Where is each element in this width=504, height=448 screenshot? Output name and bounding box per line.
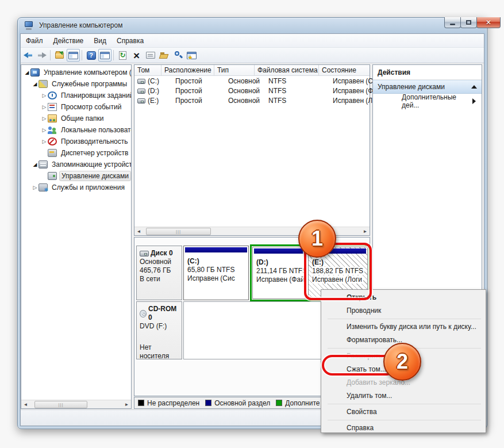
menu-separator — [328, 319, 481, 319]
volume-fs: NTFS — [266, 77, 330, 85]
refresh-button[interactable]: ↻ — [116, 49, 129, 62]
tree-item-services[interactable]: ▷ Службы и приложения — [22, 182, 131, 193]
column-header-type[interactable]: Тип — [214, 65, 255, 75]
tree-item-label: Планировщик заданий — [59, 91, 131, 100]
column-header-volume[interactable]: Том — [134, 65, 161, 75]
partition-c[interactable]: (C:) 65,80 ГБ NTFS Исправен (Сис — [183, 246, 249, 300]
legend-label: Дополните — [285, 399, 320, 407]
tree-item-local-users[interactable]: ▷ Локальные пользовате — [22, 124, 131, 136]
volume-row-c[interactable]: (C:) Простой Основной NTFS Исправен (Сис — [134, 76, 370, 86]
expander-closed-icon[interactable]: ▷ — [41, 104, 48, 110]
disk0-size: 465,76 ГБ — [140, 266, 179, 275]
console-tree: ◢ Управление компьютером (л ◢ Служебные … — [21, 65, 131, 193]
actions-group-disk-management[interactable]: Управление дисками — [373, 80, 482, 94]
menu-help[interactable]: Справка — [111, 35, 149, 47]
callout-step-1: 1 — [298, 220, 336, 258]
console-tree-icon — [68, 52, 78, 59]
actions-more-actions[interactable]: Дополнительные дей... — [373, 94, 482, 109]
event-log-icon — [48, 103, 57, 111]
tree-item-task-scheduler[interactable]: ▷ Планировщик заданий — [22, 90, 131, 101]
disk0-label-box[interactable]: Диск 0 Основной 465,76 ГБ В сети — [136, 246, 182, 300]
close-button[interactable]: ✕ — [476, 17, 501, 28]
menu-item-change-drive-letter[interactable]: Изменить букву диска или путь к диску... — [321, 320, 486, 334]
volume-row-e[interactable]: (E:) Простой Основной NTFS Исправен (Лог — [134, 95, 370, 105]
volume-type: Основной — [225, 97, 266, 105]
column-header-status[interactable]: Состояние — [319, 65, 370, 75]
scroll-track[interactable]: ||| — [30, 400, 122, 409]
back-button[interactable] — [21, 49, 34, 62]
tree-item-performance[interactable]: ▷ Производительность — [22, 136, 131, 147]
menu-item-properties[interactable]: Свойства — [321, 405, 486, 419]
cdrom-type: DVD (F:) — [140, 322, 179, 331]
tree-item-label: Производительность — [59, 137, 129, 146]
scroll-thumb[interactable]: ||| — [34, 401, 87, 408]
menu-file[interactable]: Файл — [21, 35, 48, 47]
cdrom-label-box[interactable]: CD-ROM 0 DVD (F:) Нет носителя — [136, 301, 182, 359]
show-console-tree-button[interactable] — [67, 49, 80, 62]
titlebar[interactable]: Управление компьютером — [17, 17, 487, 33]
expander-closed-icon[interactable]: ▷ — [41, 127, 48, 133]
tree-item-shared-folders[interactable]: ▷ Общие папки — [22, 113, 131, 124]
tree-item-event-viewer[interactable]: ▷ Просмотр событий — [22, 101, 131, 113]
cdrom-name: CD-ROM 0 — [148, 305, 179, 322]
column-header-layout[interactable]: Расположение — [161, 65, 214, 75]
expander-closed-icon[interactable]: ▷ — [41, 116, 48, 121]
volume-fs: NTFS — [266, 87, 330, 95]
tree-item-computer-management[interactable]: ◢ Управление компьютером (л — [22, 67, 131, 78]
open-button[interactable] — [157, 49, 171, 62]
tree-item-system-tools[interactable]: ◢ Служебные программы — [22, 78, 131, 90]
device-manager-icon — [48, 149, 57, 157]
volume-row-d[interactable]: (D:) Простой Основной NTFS Исправен (Фай — [134, 86, 370, 95]
console-options-button[interactable] — [185, 49, 198, 62]
expander-open-icon[interactable]: ◢ — [24, 70, 30, 75]
back-icon — [24, 52, 33, 58]
tree-item-label-selected: Управление дисками — [59, 171, 131, 181]
minimize-button[interactable] — [444, 17, 461, 28]
window-title: Управление компьютером — [39, 21, 122, 29]
delete-button[interactable]: × — [130, 49, 143, 62]
toolbar-separator — [50, 50, 51, 60]
scroll-left-icon[interactable]: ◄ — [21, 400, 30, 409]
forward-button[interactable] — [35, 49, 48, 62]
expander-closed-icon[interactable]: ▷ — [32, 185, 39, 190]
partition-c-status: Исправен (Сис — [187, 274, 248, 283]
tree-item-disk-management[interactable]: Управление дисками — [22, 170, 131, 182]
tools-icon — [39, 80, 48, 88]
volume-name: (C:) — [148, 77, 159, 85]
users-icon — [48, 126, 57, 134]
partition-d-status: Исправен (Фай — [256, 275, 306, 284]
tree-item-device-manager[interactable]: Диспетчер устройств — [22, 147, 131, 159]
menu-item-explorer[interactable]: Проводник — [321, 304, 486, 317]
menu-view[interactable]: Вид — [89, 35, 111, 47]
find-button[interactable] — [171, 49, 184, 62]
partition-d-name: (D:) — [256, 258, 306, 267]
menu-item-help[interactable]: Справка — [321, 422, 486, 433]
legend-unallocated: Не распределен — [138, 399, 199, 407]
forward-icon — [37, 52, 47, 58]
scroll-right-icon[interactable]: ► — [361, 227, 370, 236]
scroll-right-icon[interactable]: ► — [122, 400, 131, 409]
maximize-button[interactable] — [460, 17, 477, 28]
partition-d[interactable]: (D:) 211,14 ГБ NTFS Исправен (Фай — [252, 247, 306, 299]
expander-open-icon[interactable]: ◢ — [32, 81, 39, 87]
scroll-left-icon[interactable]: ◄ — [134, 227, 143, 236]
expander-open-icon[interactable]: ◢ — [32, 162, 39, 167]
properties-button[interactable] — [144, 49, 157, 62]
clock-icon — [48, 91, 57, 99]
menu-item-delete-volume[interactable]: Удалить том... — [321, 389, 486, 403]
tree-horizontal-scrollbar[interactable]: ◄ ||| ► — [21, 400, 131, 408]
expander-closed-icon[interactable]: ▷ — [41, 93, 48, 98]
tree-item-storage[interactable]: ◢ Запоминающие устройст — [22, 159, 131, 170]
menu-action[interactable]: Действие — [48, 35, 89, 47]
show-action-pane-button[interactable] — [98, 49, 111, 62]
collapse-arrow-icon[interactable] — [471, 85, 477, 89]
expander-closed-icon[interactable]: ▷ — [41, 139, 48, 144]
volume-type: Основной — [225, 87, 266, 95]
disk-management-icon — [48, 172, 57, 180]
column-header-filesystem[interactable]: Файловая система — [255, 65, 319, 75]
partition-c-name: (C:) — [187, 257, 248, 266]
scroll-thumb[interactable]: ||| — [146, 228, 211, 235]
maximize-icon — [466, 20, 471, 25]
help-button[interactable]: ? — [84, 49, 98, 62]
export-button[interactable] — [53, 49, 66, 62]
